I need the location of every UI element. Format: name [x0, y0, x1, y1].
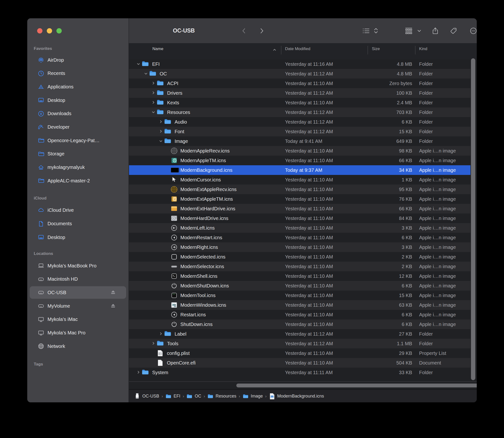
path-chevron-icon: ›: [239, 394, 240, 399]
sidebar-item-desktop[interactable]: Desktop: [30, 94, 126, 107]
disclosure-expanded-icon[interactable]: [159, 139, 163, 143]
file-row-config-plist[interactable]: config.plistYesterday at 11:10 AM29 KBPr…: [129, 348, 470, 358]
column-separator[interactable]: [281, 46, 281, 55]
file-row-modernselector-icns[interactable]: ModernSelector.icnsYesterday at 11:10 AM…: [129, 262, 470, 271]
file-row-modernshell-icns[interactable]: ModernShell.icnsYesterday at 11:10 AM12 …: [129, 271, 470, 281]
disclosure-collapsed-icon[interactable]: [159, 120, 163, 124]
file-row-moderncursor-icns[interactable]: ModernCursor.icnsYesterday at 11:10 AM1 …: [129, 175, 470, 185]
horizontal-scrollbar[interactable]: [236, 383, 477, 387]
eject-icon[interactable]: [110, 303, 116, 309]
disclosure-collapsed-icon[interactable]: [136, 370, 141, 374]
disclosure-expanded-icon[interactable]: [151, 110, 156, 114]
column-separator[interactable]: [367, 46, 368, 55]
file-row-system[interactable]: SystemYesterday at 11:11 AM33 KBFolder: [129, 368, 470, 377]
disclosure-expanded-icon[interactable]: [136, 62, 141, 66]
sidebar-item-myvolume[interactable]: MyVolume: [30, 300, 126, 312]
sidebar-item-mykola-s-macbook-pro[interactable]: Mykola’s MacBook Pro: [30, 260, 126, 272]
path-segment-efi[interactable]: EFI›: [165, 393, 187, 400]
file-row-moderntool-icns[interactable]: ModernTool.icnsYesterday at 11:10 AM15 K…: [129, 291, 470, 300]
sidebar-item-mykola-s-imac[interactable]: Mykola’s iMac: [30, 313, 126, 326]
file-row-shutdown-icns[interactable]: ShutDown.icnsYesterday at 11:10 AM6 KBAp…: [129, 319, 470, 329]
file-row-label[interactable]: LabelYesterday at 11:12 AM27 KBFolder: [129, 329, 470, 339]
disclosure-collapsed-icon[interactable]: [151, 341, 156, 345]
path-segment-oc[interactable]: OC›: [186, 393, 207, 400]
file-row-modernapplerecv-icns[interactable]: ModernAppleRecv.icnsYesterday at 11:10 A…: [129, 146, 470, 156]
sidebar-item-airdrop[interactable]: AirDrop: [30, 54, 126, 66]
file-row-modernextharddrive-icns[interactable]: ModernExtHardDrive.icnsYesterday at 11:1…: [129, 204, 470, 213]
file-row-modernappletm-icns[interactable]: ModernAppleTM.icnsYesterday at 11:10 AM6…: [129, 156, 470, 165]
column-header-kind[interactable]: Kind: [419, 46, 427, 51]
file-row-modernbackground-icns[interactable]: ModernBackground.icnsToday at 9:37 AM34 …: [129, 165, 470, 175]
group-by-icon[interactable]: [405, 18, 412, 43]
sidebar-item-mykola-s-mac-pro[interactable]: Mykola’s Mac Pro: [30, 327, 126, 339]
sidebar-item-opencore-legacy-pat-[interactable]: Opencore-Legacy-Pat…: [30, 134, 126, 147]
group-by-chevron-icon[interactable]: [417, 18, 421, 43]
sidebar-item-developer[interactable]: Developer: [30, 121, 126, 133]
disclosure-collapsed-icon[interactable]: [151, 100, 156, 105]
column-header-size[interactable]: Size: [372, 46, 380, 51]
file-row-restart-icns[interactable]: Restart.icnsYesterday at 11:10 AM6 KBApp…: [129, 310, 470, 319]
sidebar-item-applealc-master-2[interactable]: AppleALC-master-2: [30, 175, 126, 187]
path-segment-modernbackground-icns[interactable]: ModernBackground.icns: [269, 393, 324, 400]
file-row-modernleft-icns[interactable]: ModernLeft.icnsYesterday at 11:10 AM3 KB…: [129, 223, 470, 233]
file-row-audio[interactable]: AudioYesterday at 11:12 AM6 KBFolder: [129, 117, 470, 127]
column-separator[interactable]: [415, 46, 415, 55]
sidebar-item-mykolagrymalyuk[interactable]: mykolagrymalyuk: [30, 161, 126, 174]
file-row-tools[interactable]: ToolsYesterday at 11:12 AM1.1 MBFolder: [129, 339, 470, 348]
sidebar-item-documents[interactable]: Documents: [30, 218, 126, 230]
tag-icon[interactable]: [450, 18, 457, 43]
sidebar-item-network[interactable]: Network: [30, 340, 126, 352]
file-row-resources[interactable]: ResourcesYesterday at 11:12 AM703 KBFold…: [129, 108, 470, 117]
sidebar-item-applications[interactable]: Applications: [30, 80, 126, 93]
back-chevron-icon[interactable]: [241, 18, 248, 43]
disclosure-collapsed-icon[interactable]: [159, 331, 163, 336]
sidebar-item-recents[interactable]: Recents: [30, 67, 126, 80]
file-row-modernextapplerecv-icns[interactable]: ModernExtAppleRecv.icnsYesterday at 11:1…: [129, 185, 470, 194]
power-icon: [171, 282, 177, 289]
file-row-image[interactable]: ImageToday at 9:41 AM649 KBFolder: [129, 136, 470, 146]
disclosure-collapsed-icon[interactable]: [151, 81, 156, 85]
path-segment-resources[interactable]: Resources›: [207, 393, 243, 400]
file-row-efi[interactable]: EFIYesterday at 11:16 AM4.8 MBFolder: [129, 59, 470, 69]
minimize-button[interactable]: [47, 28, 52, 33]
desktop-icon: [37, 234, 45, 241]
share-icon[interactable]: [432, 18, 439, 43]
file-row-modernrestart-icns[interactable]: ModernRestart.icnsYesterday at 11:10 AM6…: [129, 233, 470, 242]
sidebar-item-downloads[interactable]: Downloads: [30, 108, 126, 120]
file-row-kexts[interactable]: KextsYesterday at 11:10 AM2.4 MBFolder: [129, 98, 470, 108]
view-options-chevrons-icon[interactable]: [374, 18, 378, 43]
file-row-acpi[interactable]: ACPIYesterday at 11:10 AMZero bytesFolde…: [129, 78, 470, 88]
disclosure-expanded-icon[interactable]: [144, 71, 148, 76]
file-row-oc[interactable]: OCYesterday at 11:12 AM4.8 MBFolder: [129, 69, 470, 78]
file-row-modernright-icns[interactable]: ModernRight.icnsYesterday at 11:10 AM3 K…: [129, 242, 470, 252]
sidebar-item-desktop[interactable]: Desktop: [30, 231, 126, 244]
file-row-opencore-efi[interactable]: OpenCore.efiYesterday at 11:10 AM504 KBD…: [129, 358, 470, 368]
disclosure-collapsed-icon[interactable]: [151, 91, 156, 95]
file-size: 703 KB: [370, 108, 412, 117]
eject-icon[interactable]: [110, 290, 116, 295]
sidebar-item-oc-usb[interactable]: OC-USB: [30, 286, 126, 299]
close-button[interactable]: [37, 28, 42, 33]
disclosure-collapsed-icon[interactable]: [159, 129, 163, 133]
file-row-drivers[interactable]: DriversYesterday at 11:12 AM100 KBFolder: [129, 88, 470, 98]
file-row-modernextappletm-icns[interactable]: ModernExtAppleTM.icnsYesterday at 11:10 …: [129, 194, 470, 204]
sidebar-item-macintosh-hd[interactable]: Macintosh HD: [30, 273, 126, 285]
file-row-modernwindows-icns[interactable]: ModernWindows.icnsYesterday at 11:10 AM6…: [129, 300, 470, 310]
column-header-name[interactable]: Name: [152, 46, 163, 51]
vertical-scrollbar[interactable]: [471, 58, 475, 380]
path-segment-oc-usb[interactable]: OC-USB›: [134, 393, 165, 400]
forward-chevron-icon[interactable]: [258, 18, 265, 43]
file-row-modernselected-icns[interactable]: ModernSelected.icnsYesterday at 11:10 AM…: [129, 252, 470, 262]
maximize-button[interactable]: [57, 28, 62, 33]
file-name: Resources: [167, 108, 190, 117]
file-row-font[interactable]: FontYesterday at 11:12 AM15 KBFolder: [129, 127, 470, 136]
file-row-modernshutdown-icns[interactable]: ModernShutDown.icnsYesterday at 11:10 AM…: [129, 281, 470, 291]
sidebar-item-storage[interactable]: Storage: [30, 148, 126, 160]
column-header-date-modified[interactable]: Date Modified: [285, 46, 310, 51]
path-segment-image[interactable]: Image›: [243, 393, 269, 400]
sidebar-item-icloud-drive[interactable]: iCloud Drive: [30, 204, 126, 216]
list-view-icon[interactable]: [362, 18, 370, 43]
file-row-modernharddrive-icns[interactable]: ModernHardDrive.icnsYesterday at 11:10 A…: [129, 213, 470, 223]
more-circle-icon[interactable]: [470, 18, 477, 43]
sidebar: FavoritesAirDropRecentsApplicationsDeskt…: [27, 18, 128, 402]
